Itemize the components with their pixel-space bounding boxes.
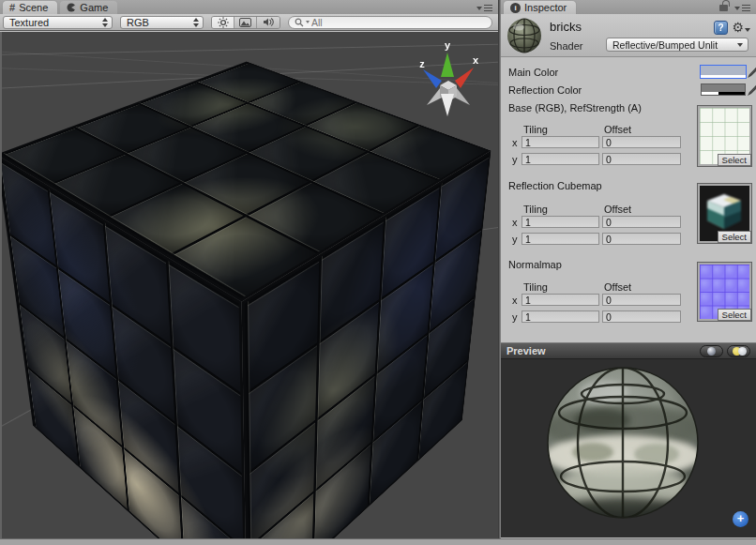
gizmo-neg-y-cone[interactable]: [441, 94, 454, 116]
gizmo-z-cone[interactable]: [423, 69, 442, 88]
eyedropper-icon[interactable]: [748, 66, 756, 78]
scene-panel: # Scene Game Textured RGB: [0, 0, 498, 545]
base-offset-x-field[interactable]: [602, 136, 681, 148]
reflection-color-swatch[interactable]: [701, 83, 746, 96]
tab-scene-label: Scene: [19, 2, 48, 13]
base-texture-label: Base (RGB), RefStrength (A): [508, 102, 642, 114]
cubemap-thumbnail[interactable]: Select: [698, 184, 751, 243]
cubemap-offset-x-field[interactable]: [602, 216, 681, 228]
material-properties: Main Color Reflection Color Base (RGB), …: [501, 57, 756, 342]
render-mode-value: Textured: [9, 17, 49, 28]
scene-toggle-group: [211, 16, 280, 29]
alpha-bar: [701, 75, 746, 78]
updown-arrows-icon: [102, 18, 108, 27]
normalmap-select-button[interactable]: Select: [718, 309, 751, 321]
base-offset-y-field[interactable]: [602, 153, 681, 165]
reflection-cubemap-label: Reflection Cubemap: [508, 180, 602, 191]
normalmap-tiling-grid: Tiling Offset x y: [501, 281, 698, 324]
scene-tabbar: # Scene Game: [0, 0, 498, 14]
x-row-label: x: [512, 295, 518, 306]
scene-cube-object[interactable]: [0, 81, 498, 538]
base-tiling-x-field[interactable]: [522, 136, 599, 148]
normalmap-label: Normalmap: [508, 259, 562, 270]
gizmo-y-cone[interactable]: [441, 53, 454, 77]
scene-search-field[interactable]: [288, 16, 492, 29]
base-tiling-grid: Tiling Offset x y: [501, 124, 698, 166]
scene-viewport[interactable]: y x z: [0, 32, 498, 538]
search-icon: [295, 18, 304, 27]
preview-sphere: [546, 366, 700, 520]
main-color-swatch[interactable]: [701, 66, 746, 78]
skybox-toggle-button[interactable]: [234, 17, 257, 28]
gizmo-y-label: y: [445, 39, 451, 51]
game-icon: [67, 3, 76, 12]
tiling-header: Tiling: [523, 204, 548, 215]
sphere-icon: [707, 347, 716, 356]
inspector-panel: i Inspector bricks Shader: [501, 0, 756, 545]
gizmo-x-cone[interactable]: [455, 68, 474, 88]
normalmap-offset-x-field[interactable]: [602, 294, 681, 306]
light-toggle-icon: [733, 347, 746, 356]
normalmap-offset-y-field[interactable]: [602, 310, 681, 323]
offset-header: Offset: [604, 204, 631, 215]
y-row-label: y: [512, 154, 518, 165]
preview-header[interactable]: Preview: [501, 342, 756, 359]
render-mode-dropdown[interactable]: Textured: [3, 16, 113, 29]
search-filter-caret-icon[interactable]: [306, 21, 310, 23]
audio-toggle-button[interactable]: [257, 17, 280, 28]
cubemap-tiling-grid: Tiling Offset x y: [501, 204, 698, 246]
preview-lighting-button[interactable]: [727, 345, 750, 357]
scene-orientation-gizmo[interactable]: y x z: [416, 39, 483, 118]
scene-toolbar: Textured RGB: [0, 14, 498, 31]
shader-label: Shader: [550, 40, 582, 52]
inspector-panel-menu-icon[interactable]: [734, 5, 750, 11]
updown-arrows-icon: [193, 18, 199, 27]
preview-area[interactable]: +: [501, 359, 756, 537]
shader-value: Reflective/Bumped Unlit: [612, 39, 718, 51]
material-thumbnail-sphere: [507, 18, 542, 53]
normalmap-tiling-y-field[interactable]: [522, 310, 599, 323]
search-input[interactable]: [311, 17, 452, 28]
lock-icon[interactable]: [719, 5, 728, 11]
base-select-button[interactable]: Select: [718, 154, 751, 166]
eyedropper-icon[interactable]: [748, 83, 756, 96]
gizmo-x-label: x: [473, 54, 479, 66]
offset-header: Offset: [604, 281, 631, 293]
speaker-icon: [263, 17, 274, 27]
lighting-toggle-button[interactable]: [212, 17, 234, 28]
y-row-label: y: [512, 311, 518, 323]
help-icon[interactable]: ?: [714, 21, 728, 35]
preview-shape-button[interactable]: [700, 345, 723, 357]
channel-dropdown[interactable]: RGB: [120, 16, 204, 29]
reflection-color-label: Reflection Color: [508, 84, 582, 96]
normalmap-tiling-x-field[interactable]: [522, 294, 599, 306]
shader-dropdown[interactable]: Reflective/Bumped Unlit: [606, 38, 748, 52]
tab-scene[interactable]: # Scene: [3, 1, 57, 14]
scene-panel-menu-icon[interactable]: [476, 5, 492, 11]
sun-icon: [218, 17, 229, 28]
gizmo-z-label: z: [419, 58, 425, 69]
image-icon: [239, 18, 251, 27]
cubemap-tiling-y-field[interactable]: [522, 233, 599, 245]
cubemap-tiling-x-field[interactable]: [522, 216, 599, 228]
alpha-bar: [702, 92, 745, 95]
base-texture-thumbnail[interactable]: Select: [698, 106, 751, 166]
y-row-label: y: [512, 234, 518, 245]
tab-game-label: Game: [80, 2, 108, 13]
base-tiling-y-field[interactable]: [522, 153, 599, 165]
grid-icon: #: [9, 2, 15, 13]
normalmap-thumbnail[interactable]: Select: [698, 263, 751, 321]
window-resize-bar[interactable]: [0, 538, 756, 545]
tiling-header: Tiling: [523, 124, 548, 135]
tiling-header: Tiling: [523, 281, 548, 293]
x-row-label: x: [512, 137, 518, 148]
tab-inspector[interactable]: i Inspector: [504, 1, 576, 14]
info-icon: i: [510, 3, 521, 13]
cubemap-offset-y-field[interactable]: [602, 233, 681, 245]
gear-icon[interactable]: ⚙: [732, 20, 750, 35]
cubemap-select-button[interactable]: Select: [718, 231, 751, 243]
offset-header: Offset: [604, 124, 631, 135]
add-button[interactable]: +: [733, 511, 748, 527]
tab-game[interactable]: Game: [60, 1, 117, 14]
tab-inspector-label: Inspector: [524, 2, 567, 13]
